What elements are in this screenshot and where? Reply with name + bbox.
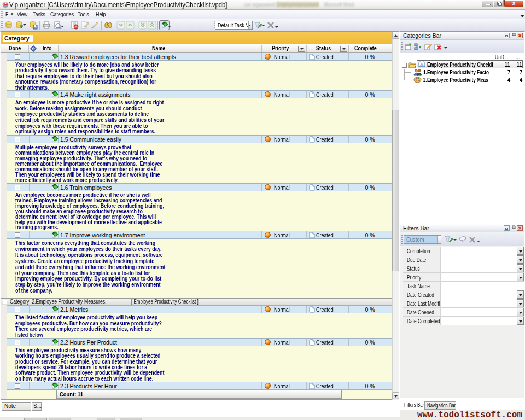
svg-text:i: i xyxy=(33,47,34,51)
